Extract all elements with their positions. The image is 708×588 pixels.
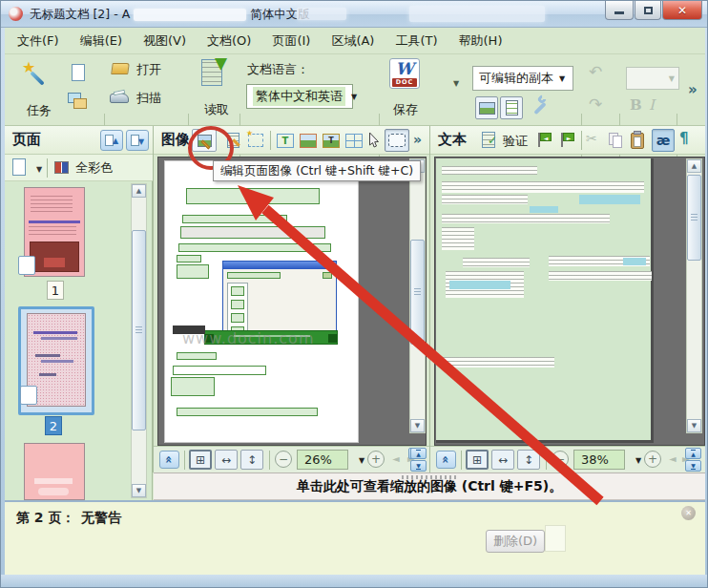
- font-dropdown[interactable]: ▼: [626, 67, 679, 90]
- text-area-button[interactable]: T: [276, 131, 295, 150]
- zoom-out-button[interactable]: −: [552, 451, 569, 468]
- jump-first-page-button[interactable]: ▲: [410, 448, 427, 459]
- fit-height-button[interactable]: ↕: [517, 450, 540, 470]
- zoom-level-box[interactable]: 26%: [297, 450, 348, 470]
- pages-stack-icon[interactable]: [68, 93, 91, 110]
- page-thumbnail-3[interactable]: [24, 443, 85, 500]
- jump-first-page-button[interactable]: ▲: [685, 448, 701, 459]
- copy-button[interactable]: [608, 132, 625, 149]
- zoom-in-button[interactable]: +: [644, 451, 661, 468]
- prev-error-button[interactable]: ◄: [535, 131, 554, 150]
- maximize-button[interactable]: [635, 1, 661, 20]
- fit-width-button[interactable]: ↔: [215, 450, 238, 470]
- scroll-up-button[interactable]: ▲: [132, 184, 146, 198]
- paste-button[interactable]: [630, 131, 647, 150]
- marquee-tool-button[interactable]: [385, 129, 409, 152]
- toolbar-overflow-chevron[interactable]: »: [688, 81, 698, 98]
- image-area-button[interactable]: [299, 131, 318, 150]
- menu-area[interactable]: 区域(A): [321, 30, 385, 52]
- save-options-button[interactable]: [530, 98, 551, 119]
- select-tool-button[interactable]: [365, 130, 383, 151]
- save-format-dropdown[interactable]: 可编辑的副本 ▼: [472, 66, 573, 91]
- menu-page[interactable]: 页面(I): [261, 30, 321, 52]
- page-view-caret-icon[interactable]: ▼: [36, 165, 42, 174]
- tasks-button[interactable]: ★ 任务: [14, 58, 64, 117]
- collapse-panel-button[interactable]: «: [436, 451, 456, 469]
- keep-layout-toggle[interactable]: [500, 96, 523, 119]
- keep-pictures-toggle[interactable]: [475, 96, 498, 119]
- close-button[interactable]: ✕: [662, 1, 702, 20]
- pages-thumbnail-list: 1 2 ▲ ▼: [5, 181, 153, 500]
- zoom-in-button[interactable]: +: [367, 451, 385, 468]
- fit-width-button[interactable]: ↔: [491, 450, 514, 470]
- formatting-marks-button[interactable]: ¶: [679, 130, 689, 147]
- menu-file[interactable]: 文件(F): [7, 30, 70, 52]
- cut-button[interactable]: ✂: [586, 131, 597, 146]
- scroll-up-button[interactable]: ▲: [687, 159, 701, 173]
- table-area-button[interactable]: [344, 131, 364, 150]
- next-error-button[interactable]: ►: [558, 131, 577, 150]
- scroll-down-button[interactable]: ▼: [410, 419, 425, 432]
- splitter-grip[interactable]: [402, 475, 457, 479]
- zoom-caret-icon[interactable]: ▼: [635, 456, 641, 465]
- italic-button[interactable]: I: [649, 96, 655, 114]
- special-chars-button[interactable]: æ: [652, 129, 675, 152]
- edit-page-image-button[interactable]: [192, 129, 217, 152]
- menu-tools[interactable]: 工具(T): [385, 30, 448, 52]
- pages-scrollbar[interactable]: ▲ ▼: [131, 183, 147, 498]
- zoom-preview-bar[interactable]: 单击此处可查看缩放的图像 (Ctrl 键+F5)。: [154, 472, 705, 500]
- analyze-page-button[interactable]: [223, 131, 242, 150]
- save-options-caret-icon[interactable]: ▼: [453, 79, 459, 88]
- page-view-mode-button[interactable]: [12, 158, 26, 176]
- jump-last-page-button[interactable]: ▼: [410, 460, 427, 472]
- language-dropdown[interactable]: 繁体中文和英语 ▼: [246, 84, 353, 109]
- bold-button[interactable]: B: [630, 96, 642, 114]
- scan-button[interactable]: 扫描: [110, 89, 182, 110]
- zoom-level-box[interactable]: 38%: [573, 450, 625, 470]
- zoom-caret-icon[interactable]: ▼: [359, 456, 364, 465]
- menu-view[interactable]: 视图(V): [133, 30, 197, 52]
- menu-edit[interactable]: 编辑(E): [70, 30, 133, 52]
- zoom-out-button[interactable]: −: [275, 451, 292, 468]
- image-scrollbar[interactable]: ▲ ▼: [409, 158, 426, 433]
- collapse-panel-button[interactable]: «: [159, 451, 179, 469]
- minimize-button[interactable]: [605, 1, 634, 20]
- menu-help[interactable]: 帮助(H): [448, 30, 513, 52]
- close-warning-button[interactable]: ✕: [681, 506, 696, 520]
- fit-height-button[interactable]: ↕: [240, 450, 263, 470]
- recognize-area-button[interactable]: ★: [246, 131, 265, 150]
- read-button[interactable]: ▼ 读取: [196, 57, 238, 118]
- ocr-text-page[interactable]: [436, 158, 654, 443]
- text-scrollbar[interactable]: ▲ ▼: [686, 158, 702, 433]
- scanned-page[interactable]: www.docin.com: [164, 160, 359, 443]
- color-mode-label[interactable]: 全彩色: [75, 159, 113, 177]
- page-number-1[interactable]: 1: [47, 281, 64, 300]
- verify-button[interactable]: ✓ 验证: [480, 130, 531, 151]
- fit-page-button[interactable]: ⊞: [466, 450, 489, 470]
- prev-page-button[interactable]: ◄: [392, 453, 400, 464]
- menu-document[interactable]: 文档(O): [197, 30, 261, 52]
- delete-button[interactable]: 删除(D): [486, 530, 545, 553]
- jump-last-page-button[interactable]: ▼: [685, 460, 701, 472]
- prev-page-button[interactable]: ◄: [669, 453, 677, 464]
- background-image-area-button[interactable]: T: [322, 131, 341, 150]
- image-toolbar-overflow-chevron[interactable]: »: [413, 132, 422, 147]
- redo-icon[interactable]: ↷: [589, 94, 602, 114]
- thumb-content: [38, 488, 69, 495]
- undo-icon[interactable]: ↶: [589, 62, 602, 81]
- thumb-content: [41, 360, 73, 363]
- scroll-down-button[interactable]: ▼: [687, 419, 701, 432]
- color-mode-icon[interactable]: [54, 161, 69, 174]
- scrollbar-thumb[interactable]: [687, 175, 701, 261]
- open-button[interactable]: 打开: [110, 60, 182, 81]
- scrollbar-thumb[interactable]: [410, 240, 425, 345]
- page-number-2[interactable]: 2: [45, 416, 62, 435]
- move-page-up-button[interactable]: ▲: [100, 130, 123, 151]
- new-page-icon[interactable]: [72, 64, 85, 81]
- move-page-down-button[interactable]: ▼: [126, 130, 149, 151]
- scrollbar-thumb[interactable]: [132, 230, 146, 430]
- save-button[interactable]: W DOC 保存: [385, 57, 427, 118]
- divider: [429, 126, 430, 472]
- fit-page-button[interactable]: ⊞: [189, 450, 212, 470]
- scroll-down-button[interactable]: ▼: [132, 484, 146, 497]
